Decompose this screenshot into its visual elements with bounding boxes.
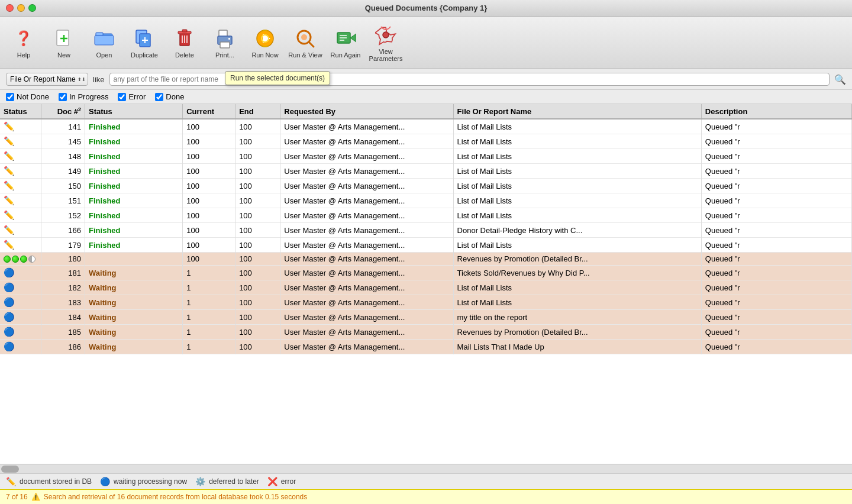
- run-now-button[interactable]: Run Now: [246, 24, 284, 62]
- svg-rect-19: [228, 38, 230, 40]
- row-current: 100: [183, 149, 235, 164]
- row-end: 100: [235, 223, 280, 238]
- duplicate-label: Duplicate: [131, 51, 158, 59]
- row-end: 100: [235, 193, 280, 208]
- row-status-text: Finished: [85, 223, 183, 238]
- table-row[interactable]: ✏️149Finished100100User Master @ Arts Ma…: [0, 164, 852, 179]
- row-status-icon: ✏️: [0, 134, 41, 149]
- table-row[interactable]: ✏️145Finished100100User Master @ Arts Ma…: [0, 134, 852, 149]
- col-header-status[interactable]: Status: [0, 104, 41, 119]
- row-status-text: Finished: [85, 134, 183, 149]
- horizontal-scrollbar[interactable]: [0, 464, 852, 473]
- window-title: Queued Documents {Company 1}: [365, 4, 488, 12]
- row-doc-number: 151: [41, 193, 85, 208]
- row-end: 100: [235, 253, 280, 266]
- row-requested-by: User Master @ Arts Management...: [280, 208, 453, 223]
- close-button[interactable]: [6, 4, 14, 12]
- pencil-icon: ✏️: [4, 151, 15, 161]
- col-header-current[interactable]: Current: [183, 104, 235, 119]
- col-header-end[interactable]: End: [235, 104, 280, 119]
- row-status-icon: ✏️: [0, 193, 41, 208]
- row-description: Queued "r: [701, 164, 851, 179]
- pencil-icon: ✏️: [4, 136, 15, 146]
- in-progress-filter[interactable]: In Progress: [59, 92, 108, 101]
- row-file-name: List of Mail Lists: [453, 193, 701, 208]
- filter-input[interactable]: [109, 73, 830, 86]
- col-header-status2[interactable]: Status: [85, 104, 183, 119]
- table-row[interactable]: ✏️179Finished100100User Master @ Arts Ma…: [0, 238, 852, 253]
- row-current: 100: [183, 238, 235, 253]
- pencil-icon: ✏️: [4, 225, 15, 235]
- row-doc-number: 141: [41, 119, 85, 134]
- row-current: 100: [183, 253, 235, 266]
- row-doc-number: 182: [41, 280, 85, 295]
- like-label: like: [93, 75, 105, 84]
- row-status-icon: ✏️: [0, 208, 41, 223]
- field-select[interactable]: File Or Report Name: [6, 73, 88, 86]
- done-checkbox[interactable]: [155, 93, 163, 101]
- run-view-button[interactable]: Run & View: [286, 24, 324, 62]
- table-row[interactable]: 🔵186Waiting1100User Master @ Arts Manage…: [0, 340, 852, 354]
- row-status-text: Waiting: [85, 325, 183, 340]
- open-button[interactable]: Open: [85, 24, 123, 62]
- wait-circle-icon: 🔵: [4, 267, 15, 277]
- table-row[interactable]: ✏️150Finished100100User Master @ Arts Ma…: [0, 179, 852, 193]
- not-done-checkbox[interactable]: [6, 93, 14, 101]
- row-end: 100: [235, 280, 280, 295]
- table-row[interactable]: 180100100User Master @ Arts Management..…: [0, 253, 852, 266]
- row-current: 1: [183, 340, 235, 354]
- table-row[interactable]: ✏️148Finished100100User Master @ Arts Ma…: [0, 149, 852, 164]
- in-progress-checkbox[interactable]: [59, 93, 67, 101]
- col-header-desc[interactable]: Description: [701, 104, 851, 119]
- done-filter[interactable]: Done: [155, 92, 184, 101]
- row-description: Queued "r: [701, 119, 851, 134]
- table-row[interactable]: ✏️166Finished100100User Master @ Arts Ma…: [0, 223, 852, 238]
- main-content: ❓ Help New Open: [0, 17, 852, 504]
- help-button[interactable]: ❓ Help: [5, 24, 43, 62]
- print-button[interactable]: Print...: [206, 24, 244, 62]
- scroll-thumb[interactable]: [1, 466, 19, 473]
- wait-icon: 🔵: [100, 477, 110, 486]
- wait-circle-icon: 🔵: [4, 341, 15, 351]
- row-requested-by: User Master @ Arts Management...: [280, 238, 453, 253]
- col-header-requested[interactable]: Requested By: [280, 104, 453, 119]
- table-row[interactable]: 🔵185Waiting1100User Master @ Arts Manage…: [0, 325, 852, 340]
- svg-point-30: [383, 32, 389, 38]
- error-checkbox[interactable]: [118, 93, 126, 101]
- help-icon: ❓: [12, 27, 36, 50]
- table-row[interactable]: ✏️151Finished100100User Master @ Arts Ma…: [0, 193, 852, 208]
- row-end: 100: [235, 208, 280, 223]
- search-button[interactable]: 🔍: [834, 74, 846, 85]
- run-again-label: Run Again: [331, 51, 361, 59]
- row-status-icon: ✏️: [0, 238, 41, 253]
- row-doc-number: 150: [41, 179, 85, 193]
- table-row[interactable]: ✏️152Finished100100User Master @ Arts Ma…: [0, 208, 852, 223]
- new-button[interactable]: New: [45, 24, 83, 62]
- run-again-button[interactable]: Run Again: [327, 24, 364, 62]
- minimize-button[interactable]: [17, 4, 25, 12]
- view-params-button[interactable]: View Parameters: [367, 20, 405, 65]
- legend-db: document stored in DB: [20, 477, 92, 486]
- table-row[interactable]: 🔵184Waiting1100User Master @ Arts Manage…: [0, 310, 852, 325]
- table-row[interactable]: 🔵182Waiting1100User Master @ Arts Manage…: [0, 280, 852, 295]
- row-current: 100: [183, 134, 235, 149]
- row-status-text: Finished: [85, 164, 183, 179]
- table-row[interactable]: ✏️141Finished100100User Master @ Arts Ma…: [0, 119, 852, 134]
- window-controls[interactable]: [6, 4, 36, 12]
- document-table-container[interactable]: Status Doc #2 Status Current End Request…: [0, 104, 852, 464]
- row-status-text: Finished: [85, 193, 183, 208]
- col-header-doc[interactable]: Doc #2: [41, 104, 85, 119]
- error-filter[interactable]: Error: [118, 92, 146, 101]
- maximize-button[interactable]: [28, 4, 36, 12]
- field-select-wrapper[interactable]: File Or Report Name: [6, 73, 88, 86]
- row-status-text: Waiting: [85, 266, 183, 280]
- svg-point-24: [301, 34, 307, 40]
- col-header-file[interactable]: File Or Report Name: [453, 104, 701, 119]
- not-done-filter[interactable]: Not Done: [6, 92, 49, 101]
- svg-marker-26: [350, 34, 356, 42]
- table-row[interactable]: 🔵181Waiting1100User Master @ Arts Manage…: [0, 266, 852, 280]
- table-row[interactable]: 🔵183Waiting1100User Master @ Arts Manage…: [0, 295, 852, 310]
- svg-line-23: [309, 42, 314, 47]
- duplicate-button[interactable]: Duplicate: [125, 24, 163, 62]
- delete-button[interactable]: Delete: [166, 24, 204, 62]
